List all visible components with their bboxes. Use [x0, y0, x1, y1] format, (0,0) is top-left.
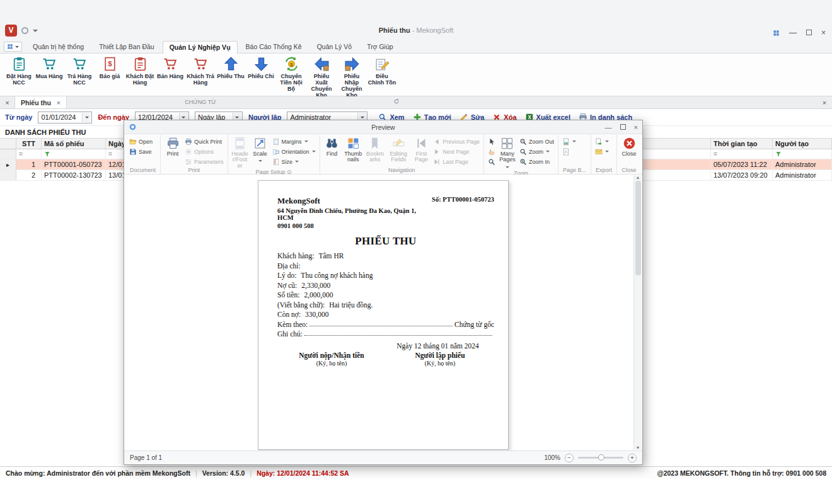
save-button[interactable]: Save	[127, 147, 154, 156]
filter-cell-stt[interactable]: =	[16, 149, 42, 159]
column-header-nguoi-tao[interactable]: Người tạo	[773, 138, 832, 149]
column-header-stt[interactable]: STT	[16, 138, 42, 149]
parameters-button[interactable]: Parameters	[183, 157, 226, 166]
last-page-button[interactable]: Last Page	[431, 157, 482, 166]
quotation-icon	[102, 56, 118, 72]
thumbnails-button[interactable]: Thumbnails	[342, 135, 364, 163]
preview-maximize-button[interactable]	[620, 123, 626, 131]
scroll-up-icon[interactable]: ▲	[636, 175, 640, 180]
tab-quan-ly-vo[interactable]: Quản Lý Vỏ	[310, 40, 359, 53]
ribbon-app-menu-button[interactable]	[4, 42, 22, 52]
tab-bar-close-button[interactable]: ×	[817, 96, 832, 108]
window-style-button[interactable]	[773, 30, 780, 37]
column-header-thoi-gian-tao[interactable]: Thời gian tạo	[711, 138, 773, 149]
scrollbar-thumb[interactable]	[635, 181, 641, 275]
margins-button[interactable]: Margins	[270, 137, 318, 146]
zoom-out-icon	[519, 138, 527, 146]
send-email-button[interactable]	[593, 147, 611, 156]
previous-page-button[interactable]: Previous Page	[431, 137, 482, 146]
bookmarks-icon	[368, 137, 381, 150]
size-button[interactable]: Size	[270, 157, 318, 166]
voucher-page: MekongSoft 64 Nguyễn Đình Chiểu, Phường …	[258, 180, 509, 450]
preview-status-bar: Page 1 of 1 100% − +	[124, 450, 642, 464]
scale-button[interactable]: Scale	[250, 135, 270, 164]
header-footer-button[interactable]: Header/Footer	[230, 135, 250, 169]
zoom-button[interactable]: Zoom	[517, 147, 556, 156]
pointer-tool-button[interactable]	[486, 137, 497, 146]
ribbon-customize-icon[interactable]	[393, 98, 400, 105]
preview-title-bar[interactable]: Preview — ×	[124, 120, 642, 134]
tab-tro-giup[interactable]: Trợ Giúp	[360, 40, 400, 53]
preview-minimize-button[interactable]: —	[605, 123, 612, 131]
zoom-out-button[interactable]: Zoom Out	[517, 137, 556, 146]
ribbon-item-dat-hang-ncc[interactable]: Đặt Hàng NCC	[4, 55, 34, 86]
zoom-decrease-button[interactable]: −	[565, 454, 574, 462]
tab-quan-ly-nghiep-vu[interactable]: Quản Lý Nghiệp Vụ	[163, 41, 238, 54]
filter-cell-thoi-gian-tao[interactable]: =	[711, 149, 773, 159]
from-date-dropdown-icon[interactable]	[82, 113, 91, 122]
previous-page-icon	[433, 138, 441, 146]
find-button[interactable]: Find	[322, 135, 342, 157]
ribbon-item-ban-hang[interactable]: Bán Hàng	[155, 55, 185, 79]
first-page-button[interactable]: First Page	[411, 135, 431, 163]
from-date-input[interactable]: 01/01/2024	[38, 112, 92, 123]
find-icon	[325, 137, 338, 150]
current-row-arrow-icon: ▸	[6, 161, 9, 168]
preview-close-button[interactable]: ×	[634, 123, 638, 131]
orientation-button[interactable]: Orientation	[270, 147, 318, 156]
filter-cell-ma-so-phieu[interactable]	[42, 149, 106, 159]
ribbon-item-khach-tra-hang[interactable]: Khách Trả Hàng	[185, 55, 216, 86]
export-document-button[interactable]	[593, 137, 611, 146]
preview-document-area[interactable]: MekongSoft 64 Nguyễn Đình Chiểu, Phường …	[124, 175, 642, 450]
page-color-button[interactable]	[560, 137, 578, 146]
watermark-icon	[562, 148, 570, 156]
open-button[interactable]: Open	[127, 137, 154, 146]
filter-cell-nguoi-tao[interactable]	[773, 149, 832, 159]
hand-tool-button[interactable]	[486, 147, 497, 156]
tab-quan-tri-he-thong[interactable]: Quản trị hệ thống	[26, 40, 91, 53]
zoom-percent: 100%	[544, 454, 560, 461]
first-page-icon	[415, 137, 428, 150]
preview-group-zoom: Many Pages Zoom Out Zoom Zoom In Zoom	[484, 135, 558, 174]
options-button[interactable]: Options	[183, 147, 226, 156]
print-button[interactable]: Print	[163, 135, 183, 157]
ribbon-item-dieu-chinh-ton[interactable]: Điều Chỉnh Tồn	[367, 55, 397, 86]
column-header-ma-so-phieu[interactable]: Mã số phiếu	[42, 138, 106, 149]
ribbon-item-phieu-xuat-chuyen-kho[interactable]: Phiếu Xuất Chuyển Kho	[306, 55, 337, 98]
ribbon-item-phieu-chi[interactable]: Phiếu Chi	[246, 55, 276, 79]
quick-access-dropdown-icon[interactable]	[33, 30, 38, 35]
bookmarks-button[interactable]: Bookmarks	[364, 135, 386, 163]
watermark-button[interactable]	[560, 147, 578, 156]
ribbon-item-phieu-nhap-chuyen-kho[interactable]: Phiếu Nhập Chuyển Kho	[337, 55, 367, 98]
ribbon-item-tra-hang-ncc[interactable]: Trả Hàng NCC	[64, 55, 95, 86]
minimize-button[interactable]: —	[789, 29, 797, 37]
close-preview-button[interactable]: Close	[619, 135, 639, 157]
zoom-in-button[interactable]: Zoom In	[517, 157, 556, 166]
editing-fields-button[interactable]: Editing Fields	[386, 135, 411, 163]
quick-print-button[interactable]: Quick Print	[183, 137, 226, 146]
ribbon-item-mua-hang[interactable]: Mua Hàng	[34, 55, 64, 79]
ribbon-item-khach-dat-hang[interactable]: Khách Đặt Hàng	[125, 55, 155, 86]
customer-return-icon	[193, 56, 209, 72]
ribbon-item-bao-gia[interactable]: Báo giá	[95, 55, 125, 79]
preview-group-document: Open Save Document	[125, 135, 161, 174]
quick-access-button[interactable]	[21, 27, 28, 34]
zoom-slider[interactable]	[578, 457, 623, 459]
magnifier-tool-button[interactable]	[486, 157, 497, 166]
zoom-increase-button[interactable]: +	[628, 454, 637, 462]
tab-bao-cao-thong-ke[interactable]: Báo Cáo Thống Kê	[239, 40, 309, 53]
many-pages-button[interactable]: Many Pages	[497, 135, 517, 170]
app-logo[interactable]: V	[5, 25, 17, 37]
voucher-title: PHIẾU THU	[277, 235, 494, 248]
scroll-down-icon[interactable]: ▼	[636, 445, 640, 450]
ribbon-item-chuyen-tien-noi-bo[interactable]: Chuyển Tiền Nội Bộ	[276, 55, 306, 92]
ribbon-item-phieu-thu[interactable]: Phiếu Thu	[216, 55, 246, 79]
next-page-button[interactable]: Next Page	[431, 147, 482, 156]
zoom-slider-handle[interactable]	[598, 454, 604, 461]
row-indicator-header	[0, 138, 16, 149]
close-button[interactable]: ×	[821, 29, 826, 37]
orientation-icon	[272, 148, 280, 156]
restore-button[interactable]	[806, 29, 812, 37]
preview-vertical-scrollbar[interactable]: ▲ ▼	[633, 175, 642, 450]
tab-thiet-lap-ban-dau[interactable]: Thiết Lập Ban Đầu	[92, 40, 161, 53]
